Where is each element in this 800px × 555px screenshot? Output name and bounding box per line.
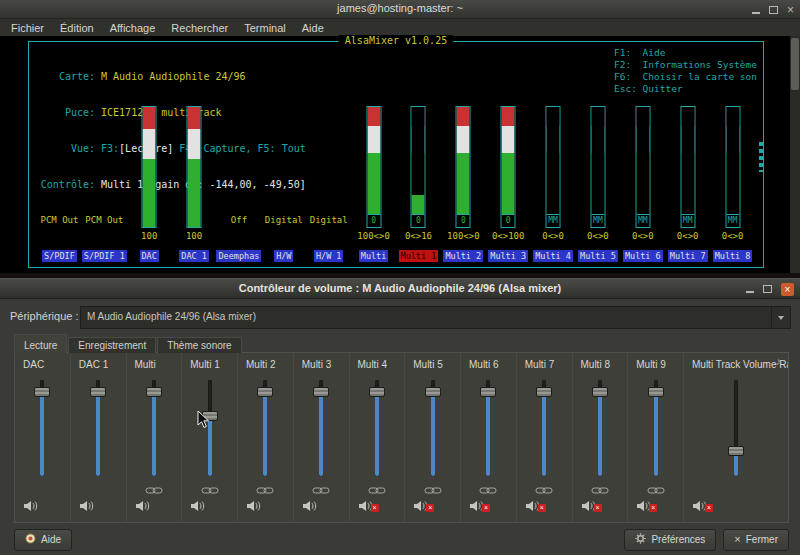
volume-slider[interactable] [144,380,164,476]
tab-lecture[interactable]: Lecture [14,334,67,353]
chain-link-icon[interactable] [591,481,609,494]
slider-handle[interactable] [257,387,273,397]
menu-item-rechercher[interactable]: Rechercher [163,22,236,34]
mixer-channel-label: DAC 1 [71,359,126,374]
minimize-icon[interactable] [752,0,760,18]
speaker-icon[interactable] [135,498,151,510]
menu-item-terminal[interactable]: Terminal [236,22,294,34]
slider-handle[interactable] [728,446,744,456]
alsa-channel-label: Multi 3 [488,250,528,262]
chain-link-icon[interactable] [424,481,442,494]
speaker-muted-icon[interactable]: × [413,498,429,510]
menu-item-aide[interactable]: Aide [294,22,332,34]
alsa-enum-value: PCM Out [34,215,85,225]
slider-handle[interactable] [480,387,496,397]
speaker-icon[interactable] [302,498,318,510]
slider-handle[interactable] [369,387,385,397]
slider-fill [263,395,267,476]
help-button[interactable]: Aide [14,529,72,551]
slider-fill [375,395,379,476]
menu-item-dition[interactable]: Édition [52,22,102,34]
alsa-bar-area: MM [620,106,665,228]
alsa-channel-label: Multi 8 [713,250,753,262]
speaker-muted-icon[interactable]: × [581,498,597,510]
mixer-panel: DACDAC 1MultiMulti 1Multi 2Multi 3Multi … [14,352,789,523]
alsa-bar-area: MM [710,106,755,228]
chain-link-icon[interactable] [479,481,497,494]
menu-item-fichier[interactable]: Fichier [3,22,52,34]
chain-link-icon[interactable] [145,481,163,494]
mixer-channels: DACDAC 1MultiMulti 1Multi 2Multi 3Multi … [15,353,788,522]
device-row: Périphérique : M Audio Audiophile 24/96 … [10,306,791,327]
speaker-icon[interactable] [246,498,262,510]
mixer-channel-label: DAC [15,359,70,374]
maximize-icon[interactable] [763,279,772,297]
volume-slider[interactable] [534,380,554,476]
volume-slider[interactable] [726,380,746,476]
terminal-titlebar[interactable]: james@hosting-master: ~ × [0,0,800,19]
device-select[interactable]: M Audio Audiophile 24/96 (Alsa mixer) [80,306,791,329]
close-window-button[interactable]: × Fermer [723,529,789,551]
slider-handle[interactable] [536,387,552,397]
gain-indicator: 0 [367,214,380,227]
speaker-muted-icon[interactable]: × [636,498,652,510]
chain-link-icon[interactable] [256,481,274,494]
alsa-bar-empty [636,107,649,214]
alsa-channel-label: Multi 2 [443,250,483,262]
slider-handle[interactable] [425,387,441,397]
slider-handle[interactable] [648,387,664,397]
terminal-window: james@hosting-master: ~ × FichierÉdition… [0,0,800,273]
speaker-icon[interactable] [23,498,39,510]
device-selected-value: M Audio Audiophile 24/96 (Alsa mixer) [81,307,768,326]
mixer-titlebar[interactable]: Contrôleur de volume : M Audio Audiophil… [0,279,800,299]
speaker-muted-icon[interactable]: × [525,498,541,510]
volume-slider[interactable] [367,380,387,476]
volume-slider[interactable] [255,380,275,476]
terminal-scrollbar-thumb[interactable] [791,38,799,90]
alsa-enum-value: Digital [258,215,309,225]
volume-slider[interactable] [646,380,666,476]
alsa-label-row: Multi 6 [623,244,663,258]
slider-handle[interactable] [592,387,608,397]
tab-enregistrement[interactable]: Enregistrement [68,337,156,353]
close-icon[interactable]: × [781,279,794,297]
mixer-channel-label: Multi 5 [405,359,460,374]
volume-slider[interactable] [423,380,443,476]
chain-link-icon[interactable] [201,481,219,494]
slider-handle[interactable] [34,387,50,397]
chain-link-icon[interactable] [368,481,386,494]
slider-handle[interactable] [90,387,106,397]
volume-slider[interactable] [311,380,331,476]
slider-handle[interactable] [146,387,162,397]
alsa-channel-value: 100<>0 [357,230,390,243]
volume-slider[interactable] [88,380,108,476]
tab-th-me-sonore[interactable]: Thème sonore [157,337,241,353]
chain-link-icon[interactable] [535,481,553,494]
close-icon[interactable]: × [787,0,794,18]
speaker-muted-icon[interactable]: × [358,498,374,510]
slider-handle[interactable] [313,387,329,397]
maximize-icon[interactable] [769,0,778,18]
volume-slider[interactable] [32,380,52,476]
volume-slider[interactable] [478,380,498,476]
channel-controls [628,481,683,494]
alsa-label-row: Multi 1 [399,244,439,258]
mixer-window-title: Contrôleur de volume : M Audio Audiophil… [0,282,800,294]
terminal-scrollbar[interactable] [790,36,800,273]
help-icon [25,533,36,546]
speaker-icon[interactable] [190,498,206,510]
speaker-muted-icon[interactable]: × [469,498,485,510]
speaker-muted-icon[interactable]: × [692,498,708,510]
chain-link-icon[interactable] [647,481,665,494]
alsa-bar-scale [457,107,470,214]
preferences-button[interactable]: Préférences [624,529,716,551]
speaker-row [238,498,293,516]
speaker-icon[interactable] [79,498,95,510]
alsa-volume-bar: MM [680,106,695,228]
minimize-icon[interactable] [746,279,754,297]
menu-item-affichage[interactable]: Affichage [102,22,164,34]
card-value: M Audio Audiophile 24/96 [101,71,246,82]
alsa-help-line-1: F2: Informations Système [614,59,757,71]
volume-slider[interactable] [590,380,610,476]
chain-link-icon[interactable] [312,481,330,494]
